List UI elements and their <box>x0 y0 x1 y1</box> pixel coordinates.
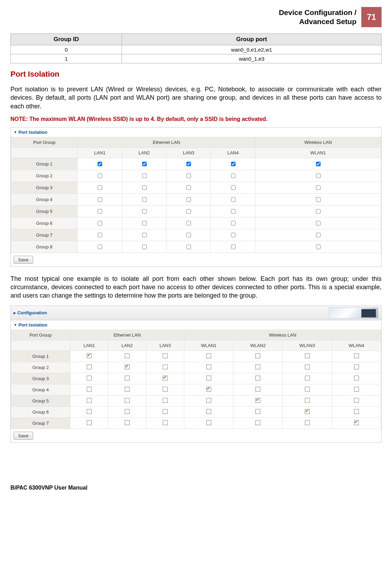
port-checkbox[interactable] <box>305 364 310 369</box>
port-checkbox[interactable] <box>98 233 102 237</box>
port-checkbox[interactable] <box>98 221 102 225</box>
port-checkbox[interactable] <box>87 409 92 414</box>
port-checkbox[interactable] <box>87 387 92 392</box>
port-checkbox[interactable] <box>163 398 168 403</box>
port-checkbox[interactable] <box>125 387 130 392</box>
checkbox-cell <box>184 362 233 373</box>
port-checkbox[interactable] <box>163 364 168 369</box>
port-checkbox[interactable] <box>305 409 310 414</box>
port-checkbox[interactable] <box>206 409 211 414</box>
panel2-save-button[interactable]: Save <box>14 432 33 440</box>
port-checkbox[interactable] <box>98 197 102 202</box>
port-checkbox[interactable] <box>206 387 211 392</box>
port-checkbox[interactable] <box>354 353 359 358</box>
port-checkbox[interactable] <box>255 398 260 403</box>
port-checkbox[interactable] <box>87 398 92 403</box>
port-checkbox[interactable] <box>186 233 191 237</box>
port-checkbox[interactable] <box>142 221 147 225</box>
port-checkbox[interactable] <box>316 233 321 237</box>
collapse-icon[interactable]: ▼ <box>14 323 17 327</box>
port-checkbox[interactable] <box>255 364 260 369</box>
collapse-icon[interactable]: ▼ <box>14 130 17 134</box>
port-checkbox[interactable] <box>142 209 147 214</box>
port-checkbox[interactable] <box>98 209 102 214</box>
port-checkbox[interactable] <box>142 245 147 249</box>
port-checkbox[interactable] <box>98 174 102 178</box>
port-checkbox[interactable] <box>186 221 191 225</box>
port-checkbox[interactable] <box>125 376 130 381</box>
port-checkbox[interactable] <box>231 185 236 190</box>
port-checkbox[interactable] <box>316 245 321 249</box>
port-checkbox[interactable] <box>142 185 147 190</box>
port-checkbox[interactable] <box>255 353 260 358</box>
port-checkbox[interactable] <box>316 162 321 166</box>
port-checkbox[interactable] <box>354 364 359 369</box>
port-checkbox[interactable] <box>316 221 321 225</box>
port-checkbox[interactable] <box>87 353 92 358</box>
port-checkbox[interactable] <box>98 162 102 166</box>
port-checkbox[interactable] <box>206 353 211 358</box>
port-checkbox[interactable] <box>305 398 310 403</box>
port-checkbox[interactable] <box>163 376 168 381</box>
port-checkbox[interactable] <box>125 353 130 358</box>
port-checkbox[interactable] <box>231 162 236 166</box>
port-checkbox[interactable] <box>163 409 168 414</box>
port-checkbox[interactable] <box>87 364 92 369</box>
port-checkbox[interactable] <box>305 376 310 381</box>
port-checkbox[interactable] <box>354 376 359 381</box>
port-checkbox[interactable] <box>186 162 191 166</box>
port-checkbox[interactable] <box>142 233 147 237</box>
port-checkbox[interactable] <box>186 174 191 178</box>
port-checkbox[interactable] <box>231 233 236 237</box>
port-checkbox[interactable] <box>206 398 211 403</box>
port-checkbox[interactable] <box>206 376 211 381</box>
port-checkbox[interactable] <box>354 409 359 414</box>
port-checkbox[interactable] <box>142 162 147 166</box>
port-checkbox[interactable] <box>125 398 130 403</box>
header-title: Device Configuration / Advanced Setup <box>279 8 356 26</box>
port-checkbox[interactable] <box>305 420 310 425</box>
port-checkbox[interactable] <box>163 387 168 392</box>
column-lan2: LAN2 <box>108 340 146 351</box>
port-checkbox[interactable] <box>231 197 236 202</box>
port-checkbox[interactable] <box>255 387 260 392</box>
port-checkbox[interactable] <box>354 420 359 425</box>
port-checkbox[interactable] <box>163 420 168 425</box>
port-checkbox[interactable] <box>186 185 191 190</box>
port-checkbox[interactable] <box>87 420 92 425</box>
port-checkbox[interactable] <box>186 197 191 202</box>
port-checkbox[interactable] <box>255 420 260 425</box>
table-row: Group 5 <box>11 395 381 406</box>
port-checkbox[interactable] <box>125 420 130 425</box>
port-checkbox[interactable] <box>316 174 321 178</box>
port-checkbox[interactable] <box>163 353 168 358</box>
port-checkbox[interactable] <box>87 376 92 381</box>
port-checkbox[interactable] <box>186 209 191 214</box>
port-checkbox[interactable] <box>316 197 321 202</box>
port-checkbox[interactable] <box>125 364 130 369</box>
port-checkbox[interactable] <box>305 387 310 392</box>
checkbox-cell <box>255 229 381 241</box>
table-cell: wan0_1,e3 <box>122 54 382 63</box>
port-checkbox[interactable] <box>231 174 236 178</box>
port-checkbox[interactable] <box>255 409 260 414</box>
port-checkbox[interactable] <box>98 245 102 249</box>
port-checkbox[interactable] <box>125 409 130 414</box>
port-checkbox[interactable] <box>305 353 310 358</box>
port-checkbox[interactable] <box>316 185 321 190</box>
port-checkbox[interactable] <box>142 174 147 178</box>
port-checkbox[interactable] <box>142 197 147 202</box>
port-checkbox[interactable] <box>231 245 236 249</box>
port-checkbox[interactable] <box>316 209 321 214</box>
panel1-save-button[interactable]: Save <box>14 256 33 264</box>
port-checkbox[interactable] <box>98 185 102 190</box>
port-checkbox[interactable] <box>231 221 236 225</box>
panel1-title-bar: ▼ Port Isolation <box>11 128 381 137</box>
port-checkbox[interactable] <box>231 209 236 214</box>
port-checkbox[interactable] <box>255 376 260 381</box>
port-checkbox[interactable] <box>354 398 359 403</box>
port-checkbox[interactable] <box>206 364 211 369</box>
port-checkbox[interactable] <box>206 420 211 425</box>
port-checkbox[interactable] <box>186 245 191 249</box>
port-checkbox[interactable] <box>354 387 359 392</box>
